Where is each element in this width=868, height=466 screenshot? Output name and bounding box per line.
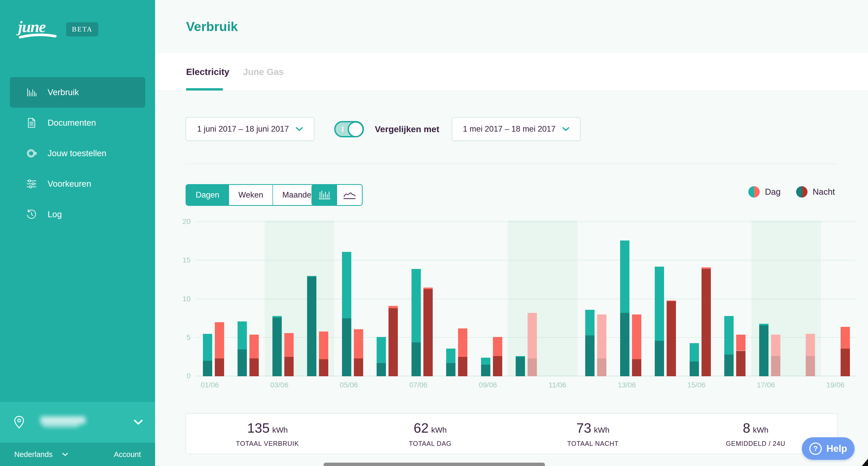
help-button[interactable]: ? Help <box>802 437 855 460</box>
location-selector[interactable] <box>0 402 155 443</box>
sidebar-item-voorkeuren[interactable]: Voorkeuren <box>10 169 145 199</box>
consumption-bar[interactable] <box>319 331 328 376</box>
x-axis-tick-label: 03/06 <box>270 381 288 389</box>
line-chart-icon <box>343 190 356 200</box>
x-axis-tick-label: 05/06 <box>340 381 358 389</box>
x-axis-tick-label: 07/06 <box>409 381 427 389</box>
y-axis-tick-label: 20 <box>183 217 190 226</box>
consumption-bar[interactable] <box>273 316 282 376</box>
consumption-bar[interactable] <box>655 267 664 376</box>
night-segment <box>632 359 641 376</box>
consumption-bar[interactable] <box>841 327 850 376</box>
granularity-weken-button[interactable]: Weken <box>228 185 273 205</box>
y-axis-tick-label: 10 <box>183 295 190 303</box>
consumption-bar[interactable] <box>203 334 212 376</box>
consumption-bar[interactable] <box>389 306 398 376</box>
period-select-value: 1 juni 2017 – 18 juni 2017 <box>197 124 289 134</box>
sidebar-item-log[interactable]: Log <box>10 199 145 230</box>
consumption-bar[interactable] <box>632 315 641 376</box>
consumption-bar[interactable] <box>446 349 456 376</box>
legend-split-dot-icon <box>796 186 807 198</box>
consumption-bar[interactable] <box>249 334 259 376</box>
stat-value: 73 <box>577 420 591 436</box>
weekend-band <box>751 220 786 376</box>
weekend-band <box>299 220 334 376</box>
consumption-bar[interactable] <box>238 321 247 376</box>
day-segment <box>377 337 386 363</box>
consumption-bar[interactable] <box>458 328 467 376</box>
consumption-bar[interactable] <box>377 337 386 376</box>
account-link[interactable]: Account <box>114 450 141 459</box>
consumption-bar[interactable] <box>585 310 594 376</box>
chevron-down-icon <box>134 420 143 425</box>
stat-value: 62 <box>413 420 429 436</box>
consumption-bar[interactable] <box>724 316 734 376</box>
night-segment <box>411 342 421 376</box>
sidebar-item-verbruik[interactable]: Verbruik <box>10 77 145 108</box>
sidebar-item-label: Log <box>48 209 62 219</box>
sidebar-item-jouw-toestellen[interactable]: Jouw toestellen <box>10 138 145 169</box>
consumption-bar[interactable] <box>620 240 629 376</box>
day-segment <box>771 334 780 356</box>
consumption-bar[interactable] <box>493 337 502 376</box>
gridline: 20 <box>195 221 856 222</box>
language-selector[interactable]: Nederlands <box>14 450 68 459</box>
granularity-group: DagenWekenMaanden <box>186 184 326 206</box>
legend: DagNacht <box>748 186 835 198</box>
page-header: Verbruik <box>155 0 868 53</box>
day-segment <box>493 337 502 356</box>
consumption-bar[interactable] <box>215 322 224 376</box>
tab-electricity[interactable]: Electricity <box>186 53 229 90</box>
consumption-bar[interactable] <box>342 252 351 376</box>
weekend-band <box>508 220 542 376</box>
sliders-icon <box>26 178 38 190</box>
night-segment <box>666 301 676 376</box>
night-segment <box>493 356 502 376</box>
consumption-bar[interactable] <box>481 358 490 376</box>
consumption-bar[interactable] <box>284 333 293 376</box>
day-segment <box>620 240 629 313</box>
consumption-bar[interactable] <box>690 343 699 376</box>
stat-totaal-nacht: 73kWhTOTAAL NACHT <box>512 420 674 447</box>
chevron-down-icon <box>296 127 303 132</box>
consumption-bar[interactable] <box>516 356 525 376</box>
consumption-bar[interactable] <box>354 329 363 376</box>
consumption-bar[interactable] <box>736 334 745 376</box>
consumption-bar[interactable] <box>759 324 769 376</box>
consumption-bar[interactable] <box>806 334 815 376</box>
night-segment <box>655 341 664 376</box>
tab-june-gas[interactable]: June Gas <box>243 53 284 90</box>
consumption-bar[interactable] <box>597 315 607 376</box>
consumption-bar[interactable] <box>528 313 537 376</box>
sidebar-item-documenten[interactable]: Documenten <box>10 108 145 138</box>
consumption-bar[interactable] <box>411 269 421 376</box>
night-segment <box>249 358 259 376</box>
compare-toggle[interactable] <box>334 121 364 137</box>
granularity-dagen-button[interactable]: Dagen <box>186 185 228 205</box>
day-segment <box>690 343 699 362</box>
night-segment <box>238 349 247 376</box>
night-segment <box>342 318 351 376</box>
night-segment <box>690 361 699 376</box>
compare-period-select[interactable]: 1 mei 2017 – 18 mei 2017 <box>452 117 581 141</box>
gridline: 0 <box>195 376 856 376</box>
line-chart-type-button[interactable] <box>337 185 362 205</box>
totals-card: 135kWhTOTAAL VERBRUIK62kWhTOTAAL DAG73kW… <box>186 413 837 454</box>
day-segment <box>284 333 293 357</box>
consumption-bar[interactable] <box>771 334 780 376</box>
period-select[interactable]: 1 juni 2017 – 18 juni 2017 <box>186 117 314 141</box>
consumption-bar[interactable] <box>666 300 676 376</box>
consumption-bar[interactable] <box>424 288 433 376</box>
consumption-bar[interactable] <box>307 276 316 376</box>
night-segment <box>759 325 769 376</box>
history-icon <box>26 208 38 220</box>
legend-item-nacht: Nacht <box>796 186 835 198</box>
logo-text: june <box>17 18 46 35</box>
stat-label: TOTAAL NACHT <box>512 440 674 447</box>
bar-chart-type-button[interactable] <box>312 185 337 205</box>
y-axis-tick-label: 0 <box>186 372 190 380</box>
stat-unit: kWh <box>594 426 610 434</box>
chevron-down-icon <box>62 453 68 456</box>
divider <box>186 164 837 164</box>
consumption-bar[interactable] <box>702 267 711 376</box>
